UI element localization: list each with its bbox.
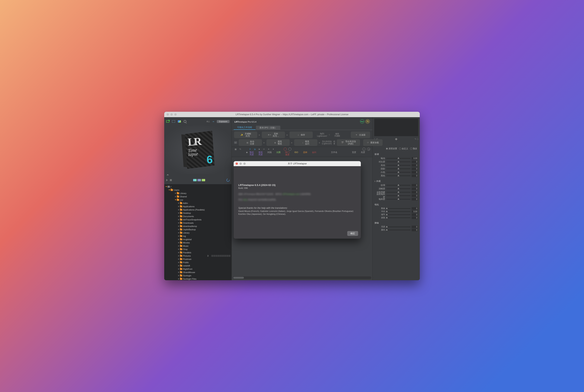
slider-track[interactable]: [386, 168, 410, 169]
slider-handle[interactable]: [398, 168, 399, 169]
tree-node[interactable]: Library: [164, 231, 231, 234]
slider-value[interactable]: 0: [412, 194, 418, 197]
slider-value[interactable]: 0: [412, 168, 418, 170]
disclosure-triangle-icon[interactable]: [178, 216, 179, 217]
col-visual-lum[interactable]: 视觉 亮度: [256, 151, 265, 156]
circle-icon[interactable]: [284, 148, 287, 151]
seq-icon-2[interactable]: [197, 179, 201, 181]
folder-tree[interactable]: /UsersLibrarySharedzzzAdlmApplicationsAp…: [164, 184, 231, 280]
slider-handle[interactable]: [398, 171, 399, 173]
tree-node[interactable]: /: [164, 185, 231, 188]
disclosure-triangle-icon[interactable]: [178, 272, 179, 273]
picture-icon[interactable]: [178, 120, 181, 122]
slider-value[interactable]: 0.00: [412, 210, 418, 213]
stop-button[interactable]: [170, 179, 172, 181]
disclosure-triangle-icon[interactable]: [169, 190, 170, 190]
disclosure-triangle-icon[interactable]: [178, 275, 179, 276]
slider-track[interactable]: [386, 208, 410, 209]
auto-transition-button[interactable]: ▦ 自动 过渡: [239, 139, 262, 146]
slider-value[interactable]: 0: [412, 216, 418, 219]
disclosure-triangle-icon[interactable]: [178, 222, 179, 224]
col-height[interactable]: 高度: [359, 151, 367, 156]
tree-node[interactable]: Oray: [164, 248, 231, 251]
slider-handle[interactable]: [398, 175, 399, 176]
scissors-icon[interactable]: ✂: [262, 148, 265, 151]
tree-node[interactable]: ShareMouse: [164, 270, 231, 274]
slider-handle[interactable]: [398, 195, 399, 196]
drag-to-lightroom[interactable]: 拖到 Lightroom! ☟: [314, 132, 333, 138]
col-width[interactable]: 宽度: [350, 151, 359, 156]
disclosure-triangle-icon[interactable]: [175, 192, 176, 194]
disclosure-triangle-icon[interactable]: [178, 206, 179, 207]
my2-badge[interactable]: My2: [360, 119, 364, 124]
tree-node[interactable]: Parallels: [164, 251, 231, 254]
keyframe-wizard-button[interactable]: ✨ 关键帧 向导: [234, 132, 257, 138]
disclosure-triangle-icon[interactable]: [178, 258, 179, 260]
tree-node[interactable]: Users: [164, 188, 231, 192]
slider-track[interactable]: [386, 196, 410, 196]
tree-node[interactable]: Desktop: [164, 211, 231, 214]
keyframe-diamond-icon[interactable]: [395, 138, 398, 140]
disclosure-triangle-icon[interactable]: [178, 278, 179, 280]
slider-value[interactable]: 0: [412, 229, 418, 231]
slider-track[interactable]: [386, 158, 410, 158]
slider-value[interactable]: 0: [412, 160, 418, 163]
about-ok-button[interactable]: 确定: [347, 231, 358, 236]
slider-value[interactable]: 0: [412, 198, 418, 200]
caret-icon[interactable]: [375, 180, 376, 182]
exposure-pill[interactable]: Exposure: [217, 120, 229, 123]
disclosure-triangle-icon[interactable]: [175, 199, 176, 200]
star-icon[interactable]: ★: [258, 148, 261, 151]
disclosure-triangle-icon[interactable]: [178, 248, 179, 250]
reload-button[interactable]: ⟳ 重新加载: [363, 139, 383, 146]
tree-node[interactable]: dotTraceSnapshots: [164, 218, 231, 221]
disclosure-triangle-icon[interactable]: [178, 252, 179, 253]
slider-value[interactable]: 0: [412, 184, 418, 186]
next-kf-icon[interactable]: ↷: [415, 138, 416, 140]
export-icon[interactable]: ⇲: [253, 148, 256, 151]
download-icon[interactable]: ↓: [362, 148, 366, 151]
tree-node[interactable]: Adlm: [164, 202, 231, 205]
disclosure-triangle-icon[interactable]: [178, 245, 179, 247]
download2-icon[interactable]: ⇓: [367, 148, 370, 151]
disclosure-triangle-icon[interactable]: [178, 229, 179, 230]
tree-node[interactable]: log: [164, 234, 231, 238]
tree-node[interactable]: mcglobal: [164, 238, 231, 241]
wb-preset-radio[interactable]: 预设: [410, 147, 417, 150]
disclosure-triangle-icon[interactable]: [178, 202, 179, 204]
spark-icon[interactable]: ✦: [272, 148, 275, 151]
slider-value[interactable]: 0: [412, 214, 418, 216]
col-holy[interactable]: 圣杯: [301, 151, 310, 156]
tab-basic-jpg[interactable]: 基本/JPG（旧版）: [256, 126, 280, 130]
slider-value[interactable]: 0: [412, 174, 418, 177]
disclosure-triangle-icon[interactable]: [178, 235, 179, 237]
tree-node[interactable]: RightFont: [164, 267, 231, 270]
col-interval[interactable]: 间隔: [265, 151, 274, 156]
tree-node[interactable]: Shared: [164, 195, 231, 198]
seq-icon-1[interactable]: [193, 179, 197, 181]
last-kf-icon[interactable]: ⟩: [417, 138, 418, 140]
slider-track[interactable]: [386, 214, 410, 215]
disclosure-triangle-icon[interactable]: [178, 255, 179, 256]
disclosure-triangle-icon[interactable]: [178, 238, 179, 240]
tab-visual-workflow[interactable]: 可视化工作流程: [234, 125, 255, 130]
slider-handle[interactable]: [386, 214, 388, 215]
tree-node[interactable]: Movies: [164, 241, 231, 244]
slider-handle[interactable]: [386, 226, 388, 228]
slider-value[interactable]: 0: [412, 191, 418, 194]
slider-track[interactable]: [386, 226, 410, 227]
slider-value[interactable]: 0: [412, 188, 418, 190]
slider-value[interactable]: 0: [412, 171, 418, 174]
slider-handle[interactable]: [386, 217, 388, 218]
disclosure-triangle-icon[interactable]: [178, 242, 179, 244]
disclosure-triangle-icon[interactable]: [178, 232, 179, 234]
tree-node[interactable]: Public: [164, 261, 231, 264]
disclosure-triangle-icon[interactable]: [166, 186, 167, 187]
tree-node[interactable]: Library: [164, 192, 231, 195]
share-icon[interactable]: ⇪: [248, 148, 251, 151]
holygrail-wizard-button[interactable]: ✖✦ 圣杯 向导...: [262, 132, 285, 138]
horizontal-scrollbar[interactable]: [233, 276, 371, 279]
tree-node[interactable]: JoplinBackup: [164, 228, 231, 231]
col-iso[interactable]: ISO: [292, 151, 301, 156]
slider-handle[interactable]: [386, 208, 388, 209]
